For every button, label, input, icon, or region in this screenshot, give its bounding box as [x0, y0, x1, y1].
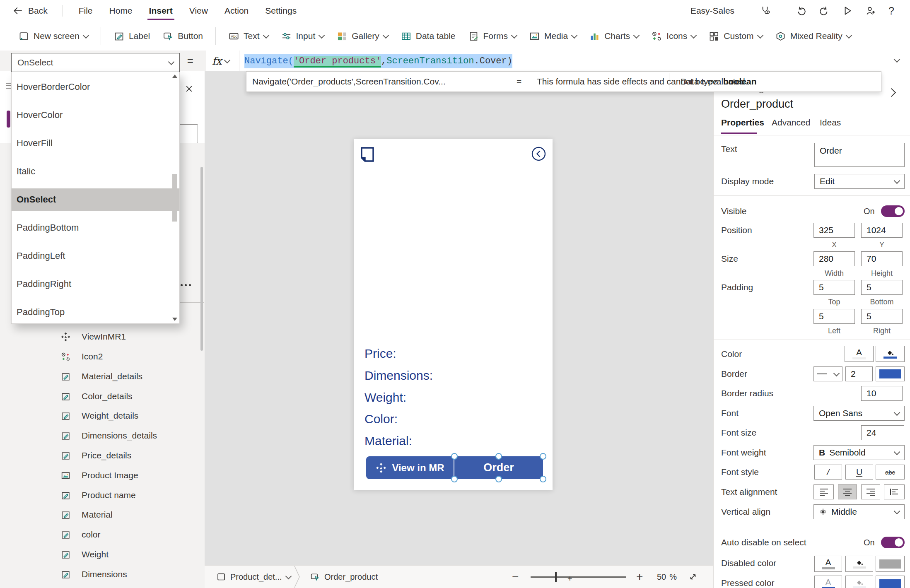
height-input[interactable]: 70	[861, 251, 903, 266]
view-in-mr-button[interactable]: View in MR	[366, 456, 454, 479]
tree-item-dimensions[interactable]: Dimensions	[60, 566, 127, 583]
font-size-input[interactable]: 24	[861, 425, 904, 440]
border-radius-input[interactable]: 10	[861, 386, 903, 401]
formula-input[interactable]: Navigate('Order_products',ScreenTransiti…	[244, 51, 512, 71]
zoom-slider-track[interactable]	[531, 576, 626, 578]
note-icon[interactable]	[359, 146, 376, 163]
tree-item-color[interactable]: color	[60, 526, 101, 543]
text-property-input[interactable]: Order	[814, 143, 905, 167]
dropdown-item-paddingtop[interactable]: PaddingTop	[12, 301, 179, 323]
dropdown-item-hoverfill[interactable]: HoverFill	[12, 132, 179, 154]
ribbon-button[interactable]: Button	[162, 31, 203, 42]
selection-handle[interactable]	[495, 476, 502, 482]
pressed-fill-color-button[interactable]	[845, 576, 873, 588]
ribbon-media[interactable]: Media	[529, 31, 577, 42]
tree-item-weight[interactable]: Weight	[60, 546, 109, 563]
dropdown-item-paddingright[interactable]: PaddingRight	[12, 273, 179, 295]
fit-to-window-icon[interactable]	[688, 571, 698, 582]
canvas-area[interactable]: Price: Dimensions: Weight: Color: Materi…	[205, 71, 713, 565]
ribbon-text[interactable]: Abc Text	[228, 31, 268, 42]
selection-handle[interactable]	[451, 476, 458, 482]
auto-disable-toggle[interactable]	[881, 537, 905, 548]
dropdown-item-paddingbottom[interactable]: PaddingBottom	[12, 217, 179, 239]
position-x-input[interactable]: 325	[813, 223, 855, 238]
border-color-button[interactable]	[876, 366, 905, 381]
disabled-fill-color-button[interactable]	[845, 556, 873, 572]
underline-button[interactable]: U	[845, 465, 873, 480]
zoom-slider-thumb[interactable]	[555, 572, 557, 582]
ribbon-icons[interactable]: Icons	[651, 31, 696, 42]
visible-toggle[interactable]	[881, 205, 905, 217]
font-weight-select[interactable]: BSemibold	[813, 445, 905, 460]
share-user-icon[interactable]	[865, 5, 876, 16]
fill-color-button[interactable]	[876, 346, 905, 362]
strikethrough-button[interactable]: abc	[876, 465, 905, 480]
help-icon[interactable]: ?	[888, 5, 894, 17]
menu-insert[interactable]: Insert	[148, 4, 174, 17]
screen-selector[interactable]: Product_det...	[216, 566, 291, 588]
tab-ideas[interactable]: Ideas	[820, 118, 841, 128]
tree-item-dimensions-details[interactable]: Dimensions_details	[60, 427, 157, 444]
zoom-in-button[interactable]: +	[636, 566, 643, 588]
scrollbar-thumb[interactable]	[172, 174, 177, 222]
position-y-input[interactable]: 1024	[861, 223, 903, 238]
menu-file[interactable]: File	[78, 4, 94, 17]
play-icon[interactable]	[842, 5, 853, 16]
dropdown-item-hovercolor[interactable]: HoverColor	[12, 104, 179, 126]
selection-handle[interactable]	[451, 453, 458, 460]
dimensions-label[interactable]: Dimensions:	[364, 369, 433, 383]
ribbon-data-table[interactable]: Data table	[401, 31, 456, 42]
menu-home[interactable]: Home	[109, 4, 133, 17]
ribbon-gallery[interactable]: Gallery	[336, 31, 388, 42]
dropdown-item-italic[interactable]: Italic	[12, 160, 179, 183]
text-color-button[interactable]: A	[845, 346, 874, 362]
border-width-input[interactable]: 2	[845, 366, 873, 381]
tree-item-product-name[interactable]: Product name	[60, 487, 136, 504]
align-center-button[interactable]	[838, 484, 857, 499]
tree-item-product-image[interactable]: Product Image	[60, 467, 138, 484]
align-right-button[interactable]	[861, 484, 880, 499]
tab-advanced[interactable]: Advanced	[772, 118, 810, 128]
color-label[interactable]: Color:	[364, 412, 398, 426]
tab-properties[interactable]: Properties	[721, 118, 764, 128]
tree-item-price-details[interactable]: Price_details	[60, 447, 131, 464]
close-search-icon[interactable]	[185, 84, 193, 93]
dropdown-item-paddingleft[interactable]: PaddingLeft	[12, 245, 179, 267]
phone-screen[interactable]: Price: Dimensions: Weight: Color: Materi…	[354, 139, 553, 490]
border-style-select[interactable]	[813, 366, 842, 381]
tree-item-viewinmr1[interactable]: ViewInMR1	[60, 328, 126, 345]
ribbon-input[interactable]: Input	[281, 31, 324, 42]
dropdown-item-hoverbordercolor[interactable]: HoverBorderColor	[12, 76, 179, 98]
width-input[interactable]: 280	[813, 251, 855, 266]
tree-scrollbar[interactable]	[200, 167, 203, 351]
scroll-up-icon[interactable]	[172, 75, 177, 78]
tree-item-material[interactable]: Material	[60, 506, 113, 523]
property-selector[interactable]: OnSelect	[11, 53, 180, 72]
pressed-color-swatch-button[interactable]	[876, 576, 905, 588]
zoom-out-button[interactable]: −	[512, 566, 519, 588]
selected-control-breadcrumb[interactable]: Order_product	[310, 566, 378, 588]
redo-icon[interactable]	[819, 5, 830, 16]
tree-item-weight-details[interactable]: Weight_details	[60, 407, 138, 424]
disabled-text-color-button[interactable]: A	[814, 556, 842, 572]
tree-item-color-details[interactable]: Color_details	[60, 388, 133, 405]
disabled-color-swatch-button[interactable]	[876, 556, 905, 572]
padding-top-input[interactable]: 5	[813, 280, 855, 295]
back-button[interactable]: Back	[12, 5, 48, 16]
selection-handle[interactable]	[540, 453, 546, 460]
price-label[interactable]: Price:	[364, 347, 396, 361]
ribbon-mixed-reality[interactable]: Mixed Reality	[775, 31, 851, 42]
dropdown-item-onselect[interactable]: OnSelect	[12, 188, 179, 211]
padding-right-input[interactable]: 5	[861, 309, 903, 324]
tree-item-material-details[interactable]: Material_details	[60, 368, 142, 385]
undo-icon[interactable]	[796, 5, 806, 16]
weight-label[interactable]: Weight:	[364, 390, 406, 405]
italic-button[interactable]: /	[814, 465, 842, 480]
padding-left-input[interactable]: 5	[813, 309, 855, 324]
back-circle-icon[interactable]	[531, 147, 546, 161]
dropdown-scrollbar[interactable]	[171, 72, 178, 323]
scroll-down-icon[interactable]	[172, 318, 177, 321]
app-checker-icon[interactable]	[760, 5, 770, 16]
ribbon-charts[interactable]: Charts	[589, 31, 639, 42]
align-justify-button[interactable]	[884, 484, 905, 499]
